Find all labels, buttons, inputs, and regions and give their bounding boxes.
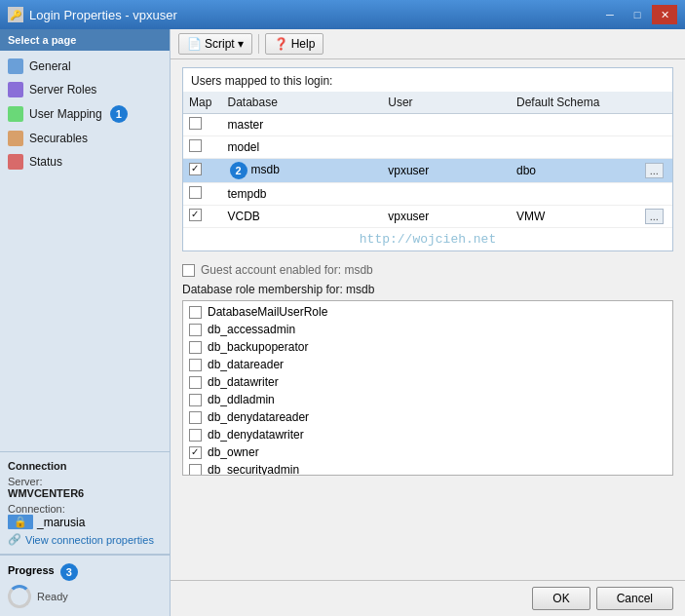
sidebar-item-general[interactable]: General <box>0 55 170 78</box>
role-name: db_ddladmin <box>208 393 275 406</box>
row-dots-cell <box>639 183 672 206</box>
role-item[interactable]: db_denydatareader <box>183 408 672 426</box>
col-header-map: Map <box>183 92 222 114</box>
role-name: db_denydatareader <box>208 410 309 424</box>
role-item[interactable]: db_backupoperator <box>183 338 672 356</box>
role-checkbox[interactable] <box>189 446 202 459</box>
general-icon <box>8 58 23 74</box>
close-button[interactable]: ✕ <box>652 5 677 24</box>
role-item[interactable]: db_datawriter <box>183 373 672 391</box>
dots-button[interactable]: ... <box>645 163 664 178</box>
row-dots-cell: ... <box>639 206 672 228</box>
securables-icon <box>8 131 23 146</box>
help-label: Help <box>291 37 316 51</box>
connection-label: Connection: <box>8 503 162 515</box>
role-list-container[interactable]: DatabaseMailUserRoledb_accessadmindb_bac… <box>182 300 673 476</box>
role-checkbox[interactable] <box>189 464 202 477</box>
app-icon: 🔑 <box>8 7 23 22</box>
dots-button[interactable]: ... <box>645 209 664 224</box>
col-header-database: Database <box>222 92 383 114</box>
row-database: 2msdb <box>222 159 383 183</box>
role-checkbox[interactable] <box>189 376 202 389</box>
role-item[interactable]: db_accessadmin <box>183 321 672 338</box>
sidebar-item-label-general: General <box>29 59 71 73</box>
row-database: master <box>222 114 383 136</box>
role-name: db_securityadmin <box>208 463 299 476</box>
help-icon: ❓ <box>274 37 288 51</box>
connection-section: Connection Server: WMVCENTER6 Connection… <box>0 452 170 554</box>
table-row[interactable]: master <box>183 114 672 136</box>
role-item[interactable]: db_owner <box>183 443 672 461</box>
row-user: vpxuser <box>382 159 511 183</box>
row-dots-cell <box>639 114 672 136</box>
role-name: db_backupoperator <box>208 340 308 354</box>
role-checkbox[interactable] <box>189 394 202 406</box>
role-name: db_owner <box>208 445 259 459</box>
row-user <box>382 136 511 159</box>
window-title: Login Properties - vpxuser <box>29 8 177 22</box>
sidebar-item-user-mapping[interactable]: User Mapping 1 <box>0 101 170 127</box>
role-checkbox[interactable] <box>189 429 202 442</box>
progress-section: Progress 3 Ready <box>0 555 170 616</box>
table-row[interactable]: model <box>183 136 672 159</box>
table-row[interactable]: 2msdbvpxuserdbo... <box>183 159 672 183</box>
role-checkbox[interactable] <box>189 341 202 354</box>
users-table: Map Database User Default Schema masterm… <box>183 92 672 228</box>
minimize-button[interactable]: ─ <box>597 5 623 24</box>
sidebar-item-securables[interactable]: Securables <box>0 127 170 150</box>
sidebar-item-label-server-roles: Server Roles <box>29 83 96 96</box>
row-checkbox[interactable] <box>189 117 202 130</box>
row-database: VCDB <box>222 206 383 228</box>
row-schema <box>511 114 639 136</box>
guest-checkbox[interactable] <box>182 264 195 277</box>
server-roles-icon <box>8 82 23 97</box>
role-item[interactable]: db_ddladmin <box>183 391 672 408</box>
toolbar-separator <box>258 34 259 54</box>
row-checkbox[interactable] <box>189 186 202 199</box>
role-checkbox[interactable] <box>189 306 202 319</box>
server-label: Server: <box>8 476 162 487</box>
row-database: model <box>222 136 383 159</box>
role-checkbox[interactable] <box>189 359 202 371</box>
row-schema: VMW <box>511 206 639 228</box>
row-checkbox[interactable] <box>189 139 202 152</box>
guest-label: Guest account enabled for: msdb <box>201 263 373 277</box>
view-connection-link[interactable]: 🔗 View connection properties <box>8 533 162 546</box>
row-checkbox[interactable] <box>189 209 202 221</box>
select-page-title: Select a page <box>0 29 170 51</box>
role-item[interactable]: db_securityadmin <box>183 461 672 476</box>
help-button[interactable]: ❓ Help <box>265 33 324 55</box>
table-row[interactable]: tempdb <box>183 183 672 206</box>
row-dots-cell: ... <box>639 159 672 183</box>
table-row[interactable]: VCDBvpxuserVMW... <box>183 206 672 228</box>
connection-title: Connection <box>8 460 162 472</box>
user-mapping-icon <box>8 106 23 122</box>
role-item[interactable]: db_datareader <box>183 356 672 373</box>
cancel-button[interactable]: Cancel <box>596 587 673 610</box>
role-item[interactable]: db_denydatawriter <box>183 426 672 443</box>
row-checkbox[interactable] <box>189 163 202 175</box>
db-role-title: Database role membership for: msdb <box>182 283 673 296</box>
ok-button[interactable]: OK <box>532 587 590 610</box>
sidebar-item-status[interactable]: Status <box>0 150 170 173</box>
title-bar: 🔑 Login Properties - vpxuser ─ □ ✕ <box>0 0 685 29</box>
users-mapped-label: Users mapped to this login: <box>191 74 665 88</box>
server-value: WMVCENTER6 <box>8 487 162 499</box>
role-name: db_accessadmin <box>208 323 295 336</box>
sidebar-nav: General Server Roles User Mapping 1 Secu… <box>0 51 170 451</box>
sidebar-item-label-status: Status <box>29 155 62 169</box>
role-checkbox[interactable] <box>189 411 202 424</box>
bottom-bar: OK Cancel <box>171 580 685 616</box>
maximize-button[interactable]: □ <box>625 5 650 24</box>
sidebar-item-server-roles[interactable]: Server Roles <box>0 78 170 101</box>
role-name: db_datareader <box>208 358 284 371</box>
script-label: Script <box>205 37 235 51</box>
role-item[interactable]: DatabaseMailUserRole <box>183 303 672 321</box>
role-checkbox[interactable] <box>189 324 202 336</box>
script-dropdown-icon: ▾ <box>238 37 244 51</box>
progress-title: Progress <box>8 564 55 576</box>
row-schema <box>511 136 639 159</box>
script-icon: 📄 <box>187 37 202 51</box>
script-button[interactable]: 📄 Script ▾ <box>178 33 252 55</box>
sidebar-item-label-securables: Securables <box>29 132 88 145</box>
